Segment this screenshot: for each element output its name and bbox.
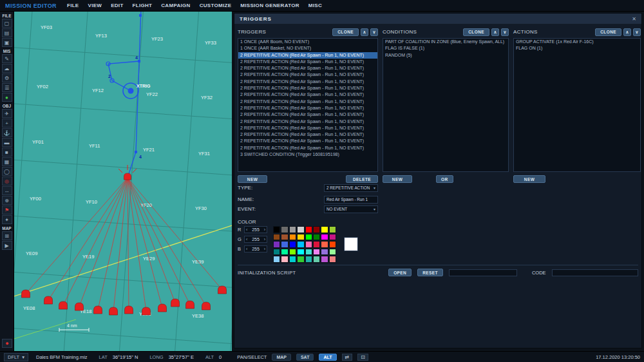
add-template-icon[interactable]: ▦ — [2, 157, 12, 166]
record-icon[interactable]: ● — [2, 339, 12, 348]
value-stepper[interactable]: ‹ 255 › — [244, 236, 267, 243]
weather-icon[interactable]: ☁ — [2, 64, 12, 73]
palette-swatch[interactable] — [297, 234, 304, 241]
palette-swatch[interactable] — [313, 226, 320, 233]
trigger-row[interactable]: 1 ONCE (AAR Basket, NO EVENT) — [238, 45, 377, 52]
red-unit-icon[interactable] — [202, 302, 211, 310]
palette-swatch[interactable] — [297, 226, 304, 233]
menu-item[interactable]: CUSTOMIZE — [200, 3, 232, 8]
add-vehicle-icon[interactable]: ▬ — [2, 138, 12, 147]
sat-view-button[interactable]: SAT — [296, 354, 314, 361]
name-input[interactable]: Red Air Spawn - Run 1 — [324, 196, 378, 204]
event-dropdown[interactable]: NO EVENT ▾ — [324, 205, 378, 213]
grid-tool-icon[interactable]: ⊞ — [2, 231, 12, 240]
list-icon[interactable]: ☰ — [2, 83, 12, 92]
trigger-row[interactable]: 2 REPETITIVE ACTION (Red Air Spawn - Run… — [238, 99, 377, 105]
palette-swatch[interactable] — [313, 234, 320, 241]
trigger-row[interactable]: 2 REPETITIVE ACTION (Red Air Spawn - Run… — [238, 85, 377, 91]
palette-swatch[interactable] — [289, 226, 296, 233]
move-up-icon[interactable]: ∧ — [623, 28, 631, 36]
reset-script-button[interactable]: RESET — [417, 269, 443, 276]
palette-swatch[interactable] — [289, 249, 296, 256]
trigger-row[interactable]: 2 REPETITIVE ACTION (Red Air Spawn - Run… — [238, 138, 377, 144]
menu-item[interactable]: MISSION GENERATOR — [240, 3, 299, 8]
action-row[interactable]: GROUP ACTIVATE (1x Red Air F-16C) — [514, 39, 640, 45]
palette-swatch[interactable] — [281, 249, 288, 256]
stepper-left-icon[interactable]: ‹ — [246, 237, 247, 242]
palette-swatch[interactable] — [321, 226, 328, 233]
stepper-right-icon[interactable]: › — [264, 237, 265, 242]
waypoint-marker[interactable] — [139, 14, 142, 17]
trigger-row[interactable]: 1 ONCE (AAR Boom, NO EVENT) — [238, 39, 377, 45]
move-down-icon[interactable]: ∨ — [501, 28, 509, 36]
trigger-zone-center[interactable] — [128, 88, 134, 94]
add-point-icon[interactable]: ⊕ — [2, 196, 12, 205]
menu-item[interactable]: CAMPAIGN — [161, 3, 190, 8]
palette-swatch[interactable] — [329, 249, 336, 256]
flag-tool-icon[interactable]: ⚑ — [2, 205, 12, 214]
trigger-row[interactable]: 2 REPETITIVE ACTION (Red Air Spawn - Run… — [238, 119, 377, 125]
condition-row[interactable]: PART OF COALITION IN ZONE (Blue, Enemy S… — [383, 39, 508, 45]
trigger-row[interactable]: 2 REPETITIVE ACTION (Red Air Spawn - Run… — [238, 59, 377, 65]
palette-swatch[interactable] — [321, 234, 328, 241]
trigger-row[interactable]: 2 REPETITIVE ACTION (Red Air Spawn - Run… — [238, 71, 377, 78]
red-unit-icon[interactable] — [75, 303, 84, 310]
add-static-icon[interactable]: ■ — [2, 148, 12, 157]
grid-toggle-icon[interactable]: ⊡ — [357, 354, 368, 361]
palette-swatch[interactable] — [329, 226, 336, 233]
condition-row[interactable]: RANDOM (5) — [383, 52, 508, 59]
action-row[interactable]: FLAG ON (1) — [514, 45, 640, 52]
condition-row[interactable]: FLAG IS FALSE (1) — [383, 45, 508, 52]
red-unit-icon[interactable] — [59, 301, 68, 309]
red-unit-icon[interactable] — [142, 307, 151, 315]
red-unit-icon[interactable] — [125, 306, 133, 314]
palette-swatch[interactable] — [297, 249, 304, 256]
map-canvas[interactable]: YF03YF13YF23YF33YF02YF12YF22YF32YF01YF11… — [14, 12, 232, 351]
fly-mission-icon[interactable]: ● — [2, 93, 12, 102]
menu-item[interactable]: VIEW — [88, 3, 102, 8]
trigger-row[interactable]: 2 REPETITIVE ACTION (Red Air Spawn - Run… — [238, 125, 377, 131]
trigger-row[interactable]: 2 REPETITIVE ACTION (Red Air Spawn - Run… — [238, 79, 377, 85]
menu-item[interactable]: EDIT — [111, 3, 123, 8]
value-stepper[interactable]: ‹ 255 › — [244, 226, 267, 233]
type-dropdown[interactable]: 2 REPETITIVE ACTION ▾ — [324, 184, 378, 192]
move-up-icon[interactable]: ∧ — [361, 28, 368, 36]
palette-swatch[interactable] — [297, 241, 304, 248]
palette-swatch[interactable] — [305, 256, 312, 263]
code-field[interactable] — [552, 269, 638, 276]
select-tool-icon[interactable]: ▶ — [2, 241, 12, 250]
trigger-zone-icon[interactable]: ◯ — [2, 167, 12, 176]
alt-view-button[interactable]: ALT — [319, 354, 336, 361]
palette-swatch[interactable] — [321, 249, 328, 256]
palette-swatch[interactable] — [289, 241, 296, 248]
waypoint-marker[interactable] — [135, 151, 137, 153]
mouse-mode-toggle[interactable]: PAN/SELECT — [237, 354, 267, 360]
move-up-icon[interactable]: ∧ — [491, 28, 499, 36]
red-unit-icon[interactable] — [22, 290, 30, 298]
new-mission-icon[interactable]: ▢ — [2, 19, 12, 28]
red-unit-icon[interactable] — [171, 299, 180, 307]
clone-action-button[interactable]: CLONE — [595, 28, 621, 36]
palette-swatch[interactable] — [281, 256, 288, 263]
palette-swatch[interactable] — [281, 241, 288, 248]
palette-swatch[interactable] — [273, 249, 280, 256]
red-unit-icon[interactable] — [218, 286, 227, 294]
units-toggle-icon[interactable]: ⇄ — [342, 354, 353, 361]
palette-swatch[interactable] — [329, 256, 336, 263]
palette-swatch[interactable] — [321, 241, 328, 248]
trigger-row[interactable]: 2 REPETITIVE ACTION (Red Air Spawn - Run… — [238, 105, 377, 111]
trigger-row[interactable]: 2 REPETITIVE ACTION (Red Air Spawn - Run… — [238, 52, 377, 59]
palette-swatch[interactable] — [273, 226, 280, 233]
red-unit-icon[interactable] — [186, 301, 194, 309]
menu-item[interactable]: FILE — [67, 3, 79, 8]
stepper-left-icon[interactable]: ‹ — [246, 247, 247, 251]
palette-swatch[interactable] — [273, 234, 280, 241]
label-tool-icon[interactable]: ✦ — [2, 215, 12, 224]
palette-swatch[interactable] — [297, 256, 304, 263]
close-icon[interactable]: ✕ — [632, 16, 636, 22]
stepper-right-icon[interactable]: › — [264, 227, 265, 232]
trigger-row[interactable]: 2 REPETITIVE ACTION (Red Air Spawn - Run… — [238, 145, 377, 151]
or-condition-button[interactable]: OR — [436, 175, 453, 183]
palette-swatch[interactable] — [305, 226, 312, 233]
open-script-button[interactable]: OPEN — [388, 269, 412, 276]
